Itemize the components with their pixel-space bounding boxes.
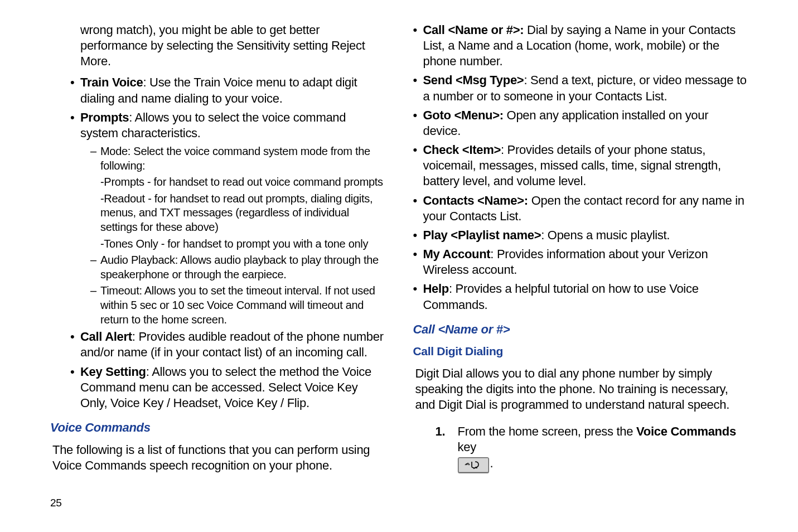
mode-option-prompts: -Prompts - for handset to read out voice… [100, 175, 385, 190]
text: Key Setting: Allows you to select the me… [80, 364, 385, 411]
label-text: : Opens a music playlist. [541, 228, 670, 242]
step-text-bold: Voice Commands [636, 424, 736, 438]
bullet-my-account: My Account: Provides information about y… [413, 246, 748, 278]
dash-icon [90, 284, 100, 327]
sub-text: Audio Playback: Allows audio playback to… [100, 253, 385, 282]
dash-icon [90, 144, 100, 173]
voice-commands-key-icon [458, 457, 489, 473]
text: Call <Name or #>: Dial by saying a Name … [423, 22, 748, 69]
left-column: wrong match), you might be able to get b… [50, 22, 385, 532]
label-bold: Call Alert [80, 330, 132, 344]
bullet-help: Help: Provides a helpful tutorial on how… [413, 281, 748, 312]
label-bold: Prompts [80, 110, 129, 124]
bullet-train-voice: Train Voice: Use the Train Voice menu to… [70, 75, 385, 106]
label-bold: Goto <Menu>: [423, 108, 504, 122]
label-bold: Train Voice [80, 75, 143, 89]
step-text-d: . [490, 456, 494, 470]
sub-audio-playback: Audio Playback: Allows audio playback to… [90, 253, 385, 282]
step-text-c: key [458, 440, 476, 454]
text: Train Voice: Use the Train Voice menu to… [80, 75, 385, 106]
continued-text: wrong match), you might be able to get b… [80, 22, 385, 69]
heading-call-name-or-num: Call <Name or #> [413, 322, 748, 337]
mode-option-readout: -Readout - for handset to read out promp… [100, 192, 385, 235]
bullet-send: Send <Msg Type>: Send a text, picture, o… [413, 72, 748, 104]
bullet-icon [413, 228, 423, 243]
bullet-play: Play <Playlist name>: Opens a music play… [413, 228, 748, 243]
step-text-a: From the home screen, press the [458, 424, 637, 438]
step-number: 1. [436, 424, 458, 473]
sub-mode: Mode: Select the voice command system mo… [90, 144, 385, 173]
bullet-key-setting: Key Setting: Allows you to select the me… [70, 364, 385, 411]
text: Prompts: Allows you to select the voice … [80, 110, 385, 141]
sub-timeout: Timeout: Allows you to set the timeout i… [90, 284, 385, 327]
bullet-icon [413, 193, 423, 224]
page-number: 25 [50, 496, 385, 532]
text: Goto <Menu>: Open any application instal… [423, 108, 748, 139]
bullet-prompts: Prompts: Allows you to select the voice … [70, 110, 385, 141]
sub-text: Mode: Select the voice command system mo… [100, 144, 385, 173]
bullet-call-alert: Call Alert: Provides audible readout of … [70, 329, 385, 360]
text: Help: Provides a helpful tutorial on how… [423, 281, 748, 312]
right-column: Call <Name or #>: Dial by saying a Name … [413, 22, 748, 532]
bullet-icon [70, 110, 80, 141]
label-bold: Check <Item> [423, 143, 501, 157]
bullet-call: Call <Name or #>: Dial by saying a Name … [413, 22, 748, 69]
bullet-icon [413, 108, 423, 139]
sub-text: Timeout: Allows you to set the timeout i… [100, 284, 385, 327]
label-bold: Help [423, 282, 449, 296]
bullet-goto: Goto <Menu>: Open any application instal… [413, 108, 748, 139]
heading-call-digit-dialing: Call Digit Dialing [413, 344, 748, 359]
bullet-icon [413, 281, 423, 312]
label-text: : Provides a helpful tutorial on how to … [423, 282, 699, 311]
label-bold: Key Setting [80, 365, 146, 379]
step-text: From the home screen, press the Voice Co… [458, 424, 748, 473]
heading-voice-commands: Voice Commands [50, 420, 385, 436]
bullet-check: Check <Item>: Provides details of your p… [413, 142, 748, 189]
bullet-icon [413, 246, 423, 278]
step-1: 1. From the home screen, press the Voice… [436, 424, 748, 473]
text: Send <Msg Type>: Send a text, picture, o… [423, 72, 748, 104]
bullet-icon [70, 329, 80, 360]
voice-commands-body: The following is a list of functions tha… [52, 442, 385, 473]
page: wrong match), you might be able to get b… [0, 0, 798, 532]
text: Play <Playlist name>: Opens a music play… [423, 228, 670, 243]
mode-option-tones: -Tones Only - for handset to prompt you … [100, 237, 385, 252]
label-bold: Send <Msg Type> [423, 73, 524, 87]
label-bold: Play <Playlist name> [423, 228, 541, 242]
label-bold: My Account [423, 247, 491, 261]
bullet-icon [413, 22, 423, 69]
bullet-icon [70, 75, 80, 106]
bullet-icon [70, 364, 80, 411]
text: My Account: Provides information about y… [423, 246, 748, 278]
text: Call Alert: Provides audible readout of … [80, 329, 385, 360]
digit-dial-body: Digit Dial allows you to dial any phone … [415, 366, 748, 413]
dash-icon [90, 253, 100, 282]
text: Contacts <Name>: Open the contact record… [423, 193, 748, 224]
bullet-contacts: Contacts <Name>: Open the contact record… [413, 193, 748, 224]
bullet-icon [413, 142, 423, 189]
label-bold: Call <Name or #>: [423, 23, 524, 37]
text: Check <Item>: Provides details of your p… [423, 142, 748, 189]
bullet-icon [413, 72, 423, 104]
label-bold: Contacts <Name>: [423, 194, 528, 207]
